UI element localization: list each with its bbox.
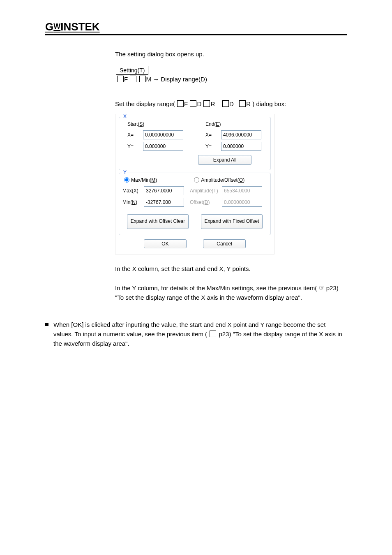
display-range-dialog: X Start(S) X= Y= xyxy=(115,114,274,254)
y-label: Y= xyxy=(205,143,219,149)
maxmin-col: Max(X) Min(N) xyxy=(122,186,184,207)
y-groupbox: Y Max/Min(M) Amplitude/Offset(O) Max(X) xyxy=(119,173,271,235)
amplitude-label: Amplitude(T) xyxy=(190,188,219,194)
mnemonic-box xyxy=(139,76,146,82)
x-end-col: End(E) X= Y= xyxy=(205,121,261,151)
expand-all-button[interactable]: Expand All xyxy=(198,155,251,165)
offset-input xyxy=(222,198,262,207)
objective-after: ) dialog box: xyxy=(252,100,286,107)
bullet-text: When [OK] is clicked after inputting the… xyxy=(53,320,347,349)
start-y-input[interactable] xyxy=(143,142,183,151)
expand-fixed-offset-button[interactable]: Expand with Fixed Offset xyxy=(201,214,263,229)
pointer-icon: ☞ xyxy=(319,283,325,293)
mnemonic-char: D xyxy=(197,100,201,107)
max-input[interactable] xyxy=(144,186,184,195)
mnemonic-box xyxy=(210,331,216,337)
ampoffset-radio-label: Amplitude/Offset(O) xyxy=(201,177,244,183)
x-start-col: Start(S) X= Y= xyxy=(127,121,183,151)
end-label: End(E) xyxy=(205,121,261,127)
nav-label-text: Setting(T) xyxy=(120,67,145,74)
ampoffset-radio[interactable]: Amplitude/Offset(O) xyxy=(194,177,244,183)
x-groupbox: X Start(S) X= Y= xyxy=(119,117,271,170)
arrow-icon: → xyxy=(153,76,159,83)
cancel-button[interactable]: Cancel xyxy=(203,239,246,248)
mnemonic-box xyxy=(177,100,184,107)
objective-before: Set the display range( xyxy=(115,100,175,107)
amplitude-input xyxy=(222,186,262,195)
max-label: Max(X) xyxy=(122,188,141,194)
maxmin-radio-label: Max/Min(M) xyxy=(131,177,157,183)
ampoff-col: Amplitude(T) Offset(D) xyxy=(190,186,262,207)
bullet-square-icon xyxy=(45,323,48,326)
offset-label: Offset(D) xyxy=(190,199,219,205)
nav-label-box: Setting(T) xyxy=(116,66,148,75)
mnemonic-m: M xyxy=(146,76,152,83)
nav-item-text: Display range(D) xyxy=(161,76,207,83)
mnemonic-box xyxy=(203,100,210,107)
explain-p2a: In the Y column, for details of the Max/… xyxy=(115,284,317,291)
brand-logo: GWINSTEK xyxy=(45,21,347,33)
maxmin-radio-input[interactable] xyxy=(124,177,129,183)
mnemonic-char: R xyxy=(210,100,215,107)
objective-text: Set the display range( F D R D R ) dialo… xyxy=(115,99,347,109)
end-y-input[interactable] xyxy=(221,142,261,151)
ok-button[interactable]: OK xyxy=(144,239,187,248)
mnemonic-box xyxy=(222,100,229,107)
mnemonic-box xyxy=(190,100,196,107)
end-x-input[interactable] xyxy=(221,130,261,139)
explain-p2: In the Y column, for details of the Max/… xyxy=(115,283,347,303)
x-label: X= xyxy=(205,132,219,138)
x-label: X= xyxy=(127,132,141,138)
y-label: Y= xyxy=(127,143,141,149)
mnemonic-char: F xyxy=(184,100,188,107)
y-legend: Y xyxy=(122,169,127,175)
start-label: Start(S) xyxy=(127,121,183,127)
start-x-input[interactable] xyxy=(143,130,183,139)
min-label: Min(N) xyxy=(122,199,141,205)
min-input[interactable] xyxy=(144,198,184,207)
mnemonic-box xyxy=(239,100,246,107)
mnemonic-char: D xyxy=(229,100,234,107)
header-rule xyxy=(45,34,347,35)
mnemonic-char: R xyxy=(246,100,251,107)
expand-offset-clear-button[interactable]: Expand with Offset Clear xyxy=(127,214,189,229)
intro-line: The setting dialog box opens up. xyxy=(115,50,347,59)
mnemonic-f: F xyxy=(124,76,128,83)
mnemonic-box xyxy=(130,76,136,82)
explain-p1: In the X column, set the start and end X… xyxy=(115,264,347,274)
mnemonic-box xyxy=(117,76,124,82)
x-legend: X xyxy=(122,113,127,119)
nav-demo-wrap: Setting(T) F M → Display range(D) xyxy=(115,66,347,83)
nav-mnemonic-line: F M → Display range(D) xyxy=(117,76,347,83)
ampoffset-radio-input[interactable] xyxy=(194,177,199,183)
maxmin-radio[interactable]: Max/Min(M) xyxy=(124,177,157,183)
